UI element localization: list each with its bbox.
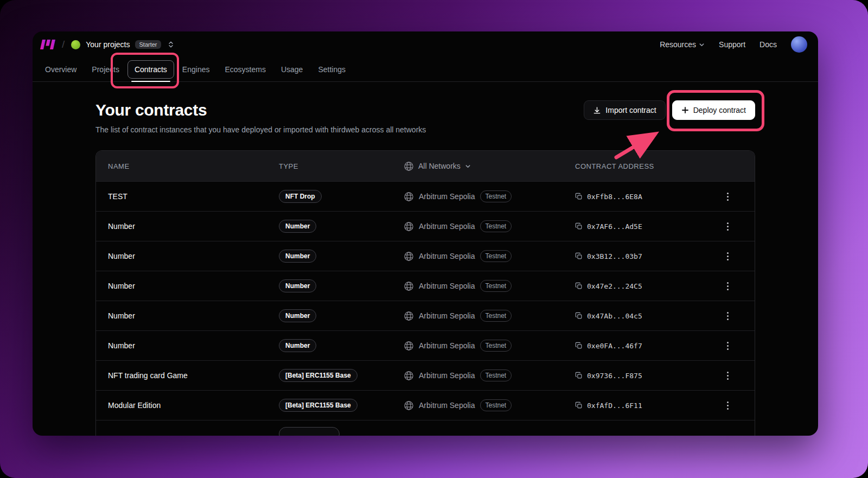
contract-name[interactable]: NFT trading card Game <box>108 371 279 380</box>
globe-icon <box>404 221 414 232</box>
network-name: Arbitrum Sepolia <box>419 311 475 320</box>
contract-address-cell: 0x7AF6...Ad5E <box>575 222 700 231</box>
contract-type-badge: Number <box>279 250 316 263</box>
row-menu-cell <box>700 188 755 205</box>
contract-address[interactable]: 0x47Ab...04c5 <box>587 312 642 320</box>
download-icon <box>593 106 601 114</box>
contract-address-cell: 0xfAfD...6F11 <box>575 401 700 410</box>
table-row[interactable]: TEST NFT Drop Arbitrum Sepolia Testnet 0… <box>96 181 755 211</box>
tab-usage[interactable]: Usage <box>274 60 310 79</box>
resources-menu[interactable]: Resources <box>660 40 705 49</box>
row-menu-button[interactable] <box>723 367 733 384</box>
contract-address[interactable]: 0x7AF6...Ad5E <box>587 222 642 231</box>
table-row[interactable]: Number Number Arbitrum Sepolia Testnet 0… <box>96 301 755 330</box>
contract-address-cell: 0x3B12...03b7 <box>575 252 700 260</box>
row-menu-button[interactable] <box>723 278 733 295</box>
tab-ecosystems[interactable]: Ecosystems <box>218 60 272 79</box>
contract-type-cell: Number <box>279 339 404 352</box>
network-name: Arbitrum Sepolia <box>419 282 475 290</box>
deploy-contract-label: Deploy contract <box>693 106 746 114</box>
team-avatar[interactable] <box>71 40 80 49</box>
network-name: Arbitrum Sepolia <box>419 222 475 231</box>
copy-icon[interactable] <box>575 252 583 260</box>
copy-icon[interactable] <box>575 312 583 320</box>
deploy-contract-button[interactable]: Deploy contract <box>672 100 755 120</box>
contract-network-cell: Arbitrum Sepolia Testnet <box>404 340 575 352</box>
support-link[interactable]: Support <box>719 40 745 49</box>
contract-name[interactable]: Number <box>108 252 279 260</box>
contract-network-cell: Arbitrum Sepolia Testnet <box>404 190 575 202</box>
row-menu-button[interactable] <box>723 397 733 414</box>
contract-address[interactable]: 0x9736...F875 <box>587 372 642 380</box>
contract-type-cell: [Beta] ERC1155 Base <box>279 399 404 412</box>
contract-address-cell: 0x47e2...24C5 <box>575 282 700 290</box>
row-menu-button[interactable] <box>723 337 733 354</box>
contract-name[interactable]: Number <box>108 222 279 231</box>
globe-icon <box>404 311 414 321</box>
contract-address[interactable]: 0xe0FA...46f7 <box>587 342 642 350</box>
network-name: Arbitrum Sepolia <box>419 341 475 350</box>
team-name[interactable]: Your projects <box>86 40 130 49</box>
team-switcher-button[interactable] <box>167 40 175 49</box>
contract-address-cell: 0xe0FA...46f7 <box>575 342 700 350</box>
contract-name[interactable]: Number <box>108 311 279 320</box>
row-menu-button[interactable] <box>723 188 733 205</box>
contract-network-cell: Arbitrum Sepolia Testnet <box>404 280 575 292</box>
page-actions: Import contract Deploy contract <box>584 100 755 120</box>
chevron-down-icon <box>699 42 705 48</box>
table-row[interactable]: Number Number Arbitrum Sepolia Testnet 0… <box>96 241 755 271</box>
row-menu-button[interactable] <box>723 248 733 265</box>
row-menu-button[interactable] <box>723 218 733 235</box>
contract-address[interactable]: 0x47e2...24C5 <box>587 282 642 290</box>
copy-icon[interactable] <box>575 222 583 230</box>
docs-link[interactable]: Docs <box>760 40 777 49</box>
import-contract-button[interactable]: Import contract <box>584 100 665 120</box>
contract-type-badge: Number <box>279 309 316 322</box>
copy-icon[interactable] <box>575 342 583 349</box>
table-row[interactable]: Number Number Arbitrum Sepolia Testnet 0… <box>96 211 755 241</box>
tab-contracts[interactable]: Contracts <box>127 60 174 79</box>
table-row[interactable]: Number Number Arbitrum Sepolia Testnet 0… <box>96 330 755 360</box>
column-header-name: NAME <box>108 162 279 170</box>
main-content: Your contracts The list of contract inst… <box>33 82 818 436</box>
tab-projects[interactable]: Projects <box>85 60 126 79</box>
contract-name[interactable]: Number <box>108 282 279 290</box>
copy-icon[interactable] <box>575 372 583 379</box>
copy-icon[interactable] <box>575 282 583 290</box>
user-avatar[interactable] <box>791 36 807 53</box>
table-row[interactable] <box>96 420 755 436</box>
contract-type-cell: [Beta] ERC1155 Base <box>279 369 404 382</box>
contract-type-cell: Number <box>279 309 404 322</box>
contract-network-cell: Arbitrum Sepolia Testnet <box>404 250 575 262</box>
contract-name[interactable]: TEST <box>108 192 279 201</box>
row-menu-button[interactable] <box>723 308 733 324</box>
contract-name[interactable]: Number <box>108 341 279 350</box>
breadcrumb-separator: / <box>62 39 65 50</box>
contract-type-badge <box>279 427 340 436</box>
contract-type-cell <box>279 427 404 436</box>
contract-type-badge: [Beta] ERC1155 Base <box>279 369 358 382</box>
table-header-row: NAME TYPE All Networks CONTRACT ADDRESS <box>96 151 755 181</box>
tab-overview[interactable]: Overview <box>38 60 84 79</box>
contract-name[interactable]: Modular Edition <box>108 401 279 410</box>
contract-address[interactable]: 0x3B12...03b7 <box>587 252 642 260</box>
testnet-badge: Testnet <box>480 220 512 232</box>
thirdweb-logo[interactable] <box>40 40 55 49</box>
network-filter-dropdown[interactable]: All Networks <box>404 161 575 171</box>
copy-icon[interactable] <box>575 401 583 409</box>
globe-icon <box>404 400 414 411</box>
globe-icon <box>404 251 414 262</box>
copy-icon[interactable] <box>575 193 583 200</box>
tab-engines[interactable]: Engines <box>175 60 217 79</box>
tab-settings[interactable]: Settings <box>311 60 353 79</box>
plan-badge: Starter <box>135 40 161 49</box>
table-row[interactable]: NFT trading card Game [Beta] ERC1155 Bas… <box>96 360 755 390</box>
column-header-type: TYPE <box>279 162 404 170</box>
table-row[interactable]: Modular Edition [Beta] ERC1155 Base Arbi… <box>96 390 755 420</box>
contract-address[interactable]: 0xFfb8...6E8A <box>587 193 642 201</box>
contract-type-cell: Number <box>279 220 404 233</box>
contract-address[interactable]: 0xfAfD...6F11 <box>587 401 642 410</box>
network-name: Arbitrum Sepolia <box>419 371 475 380</box>
chevron-down-icon <box>465 163 471 169</box>
table-row[interactable]: Number Number Arbitrum Sepolia Testnet 0… <box>96 271 755 301</box>
